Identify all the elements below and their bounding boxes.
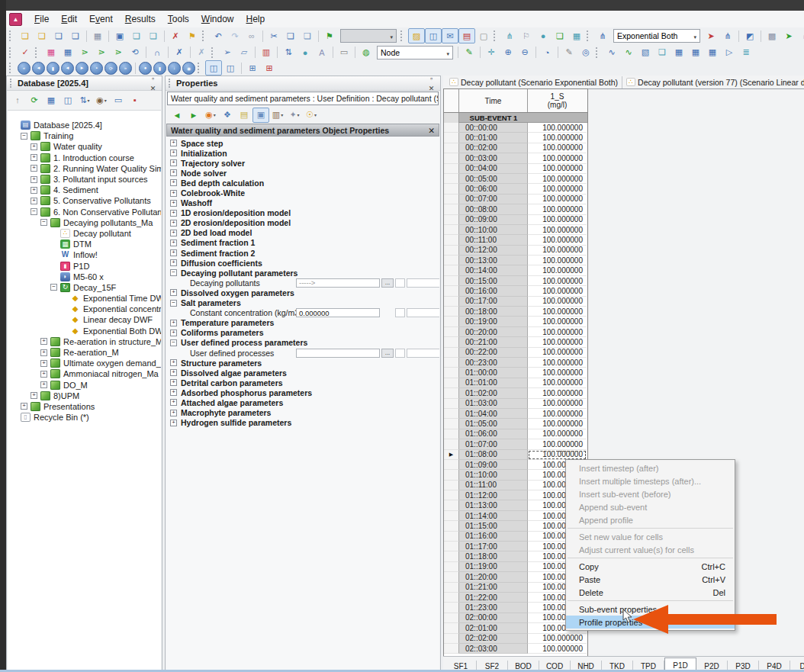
prop-constant-concentration-kg-m3[interactable]: Constant concentration (kg/m3)0.000000 (166, 308, 439, 318)
row-selector-cell[interactable] (444, 593, 459, 603)
tree-item-2-running-water-quality-simulations[interactable]: +2. Running Water Quality Simulations (8, 163, 161, 174)
prop-expander-icon[interactable]: − (170, 269, 177, 276)
network-branch-button[interactable]: ⋔ (501, 28, 518, 43)
tree-item-p1d[interactable]: P1D (8, 260, 161, 271)
tree-item-1-introduction-course[interactable]: +1. Introduction course (8, 153, 161, 163)
prop-flag-cell[interactable] (395, 278, 405, 288)
toolbar-grip[interactable] (587, 31, 591, 41)
geoplan-window-button[interactable]: ▨ (408, 28, 425, 43)
toolbar-grip[interactable] (35, 47, 40, 58)
context-item-insert-multiple-timesteps-after[interactable]: Insert multiple timesteps (after)... (566, 474, 735, 487)
prop-1d-erosion-deposition-model[interactable]: +1D erosion/deposition model (166, 208, 439, 218)
prop-washoff[interactable]: +Washoff (166, 198, 439, 208)
trace-upstream-button[interactable]: ⋗ (76, 45, 93, 60)
new-object-button[interactable]: ✎ (461, 45, 478, 60)
flag-button[interactable]: ⚐ (518, 28, 535, 43)
object-globe-button[interactable]: ◍ (358, 45, 375, 60)
chevron-down-icon[interactable] (442, 48, 449, 57)
time-cell[interactable]: 01::03:00 (459, 399, 528, 409)
time-cell[interactable]: 00::02:00 (459, 143, 528, 153)
value-cell[interactable]: 100.000000 (528, 265, 587, 275)
tree-item-exponential-time-dwf[interactable]: Exponential Time DWF (8, 293, 161, 304)
journal-button[interactable]: ▤ (458, 28, 475, 43)
value-cell[interactable]: 100.000000 (528, 317, 587, 326)
time-cell[interactable]: 01::08:00 (459, 450, 528, 460)
paste-button[interactable]: ❏ (299, 28, 316, 43)
toolbar-grip[interactable] (202, 31, 207, 41)
prop-expander-icon[interactable]: + (170, 150, 177, 156)
prop-expander-icon[interactable]: − (170, 300, 177, 307)
row-selector-cell[interactable] (444, 174, 459, 184)
zoom-in-button[interactable]: ⊕ (500, 45, 516, 60)
prop-structure-parameters[interactable]: +Structure parameters (166, 358, 439, 368)
results-grid-button[interactable]: ◫ (222, 60, 239, 76)
time-cell[interactable]: 01::19:00 (459, 562, 528, 572)
prop-expander-icon[interactable]: + (170, 410, 177, 416)
tree-item-4-sediment[interactable]: +4. Sediment (8, 185, 161, 195)
compare-table-1-button[interactable]: ⊞ (244, 60, 261, 76)
context-item-append-profile[interactable]: Append profile (566, 513, 735, 526)
context-item-insert-sub-event-before[interactable]: Insert sub-event (before) (566, 487, 735, 500)
tree-expander-icon[interactable]: + (40, 360, 47, 367)
value-cell[interactable]: 100.000000 (528, 246, 587, 256)
merge-button[interactable]: ⚑ (184, 28, 201, 43)
value-cell[interactable]: 100.000000 (528, 450, 587, 460)
measure-button[interactable]: ▭ (336, 45, 352, 60)
prop-macrophyte-parameters[interactable]: +Macrophyte parameters (166, 408, 439, 418)
value-cell[interactable]: 100.000000 (528, 256, 587, 265)
tree-item-recycle-bin[interactable]: Recycle Bin (*) (8, 412, 161, 423)
row-selector-cell[interactable] (444, 195, 459, 204)
toolbar-grip[interactable] (9, 31, 14, 41)
close-icon[interactable]: ✕ (426, 83, 437, 93)
hints-button[interactable]: ☉▾ (303, 108, 320, 123)
prop-expander-icon[interactable]: + (170, 359, 177, 366)
time-cell[interactable]: 00::19:00 (459, 317, 528, 326)
context-item-profile-properties[interactable]: Profile properties (566, 616, 735, 629)
row-selector-cell[interactable] (444, 337, 459, 347)
archive-button[interactable]: ▥▾ (269, 108, 286, 123)
long-section-window-button[interactable]: ◫ (425, 28, 442, 43)
prop-colebrook-white[interactable]: +Colebrook-White (166, 188, 439, 198)
zoom-out-button[interactable]: ⊖ (516, 45, 533, 60)
time-cell[interactable]: 02::00:00 (459, 613, 528, 623)
time-cell[interactable]: 01::13:00 (459, 500, 528, 510)
time-cell[interactable]: 01::05:00 (459, 419, 528, 429)
prop-user-defined-process-parameters[interactable]: −User defined process parameters (166, 338, 439, 348)
refresh-button[interactable]: ⟳ (26, 92, 43, 108)
row-selector-cell[interactable] (444, 460, 459, 470)
zoom-level-combo[interactable] (340, 29, 397, 43)
pause-button[interactable]: ▮ (47, 62, 59, 75)
prop-expander-icon[interactable]: + (170, 289, 177, 296)
compare-networks-button[interactable]: ⋔ (797, 28, 804, 43)
report-button[interactable]: ❏ (654, 45, 671, 60)
run-simulation-button[interactable]: ➤ (780, 28, 797, 43)
forward-button[interactable]: ► (185, 108, 202, 123)
prop-expander-icon[interactable]: + (170, 140, 177, 146)
bookmark-button[interactable]: ▮ (153, 62, 166, 75)
ellipsis-button[interactable]: ... (381, 278, 394, 288)
tree-expander-icon[interactable]: − (40, 219, 47, 226)
grid-report-button[interactable]: ▦ (43, 45, 59, 60)
value-cell[interactable]: 100.000000 (528, 429, 587, 439)
open-recent-database-button[interactable]: ❏ (50, 28, 67, 43)
step-down-button[interactable]: ↓ (168, 62, 181, 75)
value-cell[interactable]: 100.000000 (528, 419, 587, 429)
value-cell[interactable]: 100.000000 (528, 378, 587, 388)
prop-2d-erosion-deposition-model[interactable]: +2D erosion/deposition model (166, 218, 439, 228)
value-cell[interactable]: 100.000000 (528, 644, 587, 654)
tree-item-exponential-both-dwf[interactable]: Exponential Both DWF (8, 326, 161, 336)
snapshot-button[interactable]: ◉ (182, 62, 195, 75)
theme-button[interactable]: ● (535, 28, 552, 43)
prop-2d-bed-load-model[interactable]: +2D bed load model (166, 228, 439, 238)
time-cell[interactable]: 00::16:00 (459, 286, 528, 296)
row-selector-cell[interactable] (444, 521, 459, 531)
clear-results-button[interactable]: ✗ (193, 45, 210, 60)
toolbar-grip[interactable] (494, 31, 498, 41)
tree-expander-icon[interactable]: + (31, 165, 37, 172)
value-cell[interactable]: 100.000000 (528, 358, 587, 368)
tree-expander-icon[interactable]: + (40, 381, 47, 388)
row-selector-cell[interactable] (444, 153, 459, 163)
value-cell[interactable]: 100.000000 (528, 164, 587, 174)
tree-expander-icon[interactable]: + (31, 143, 37, 150)
time-cell[interactable]: 02::01:00 (459, 623, 528, 633)
